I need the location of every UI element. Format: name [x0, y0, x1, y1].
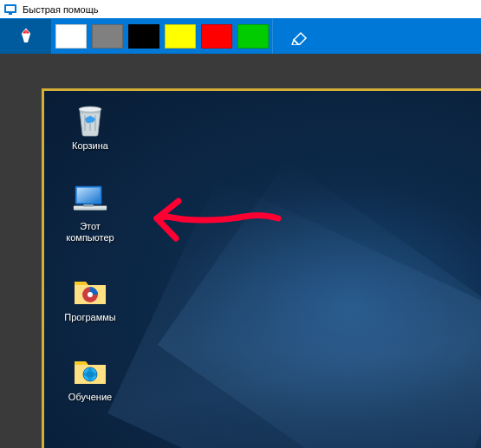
svg-point-12: [88, 292, 93, 297]
desktop-icon-learning[interactable]: Обучение: [56, 353, 124, 404]
computer-icon: [72, 182, 108, 218]
svg-point-3: [79, 107, 101, 112]
folder-learning-icon: [72, 353, 108, 389]
desktop-icon-label: Этот компьютер: [56, 220, 124, 244]
color-red[interactable]: [201, 24, 232, 49]
color-black[interactable]: [128, 24, 159, 49]
color-palette: [52, 19, 273, 54]
color-yellow[interactable]: [165, 24, 196, 49]
folder-programs-icon: [72, 273, 108, 309]
eraser-tool-button[interactable]: [273, 19, 325, 54]
desktop-icon-this-pc[interactable]: Этот компьютер: [56, 182, 124, 244]
titlebar: Быстрая помощь: [0, 0, 481, 19]
desktop-icon-label: Обучение: [56, 391, 124, 404]
remote-desktop-viewport: Корзина Этот компьютер: [42, 88, 481, 448]
app-icon: [3, 3, 17, 16]
svg-rect-2: [9, 13, 12, 15]
color-green[interactable]: [237, 24, 269, 49]
svg-rect-6: [77, 188, 101, 203]
svg-rect-1: [6, 6, 15, 11]
color-white[interactable]: [55, 24, 87, 49]
content-area: Корзина Этот компьютер: [0, 54, 481, 448]
desktop-icon-label: Корзина: [56, 140, 124, 153]
svg-rect-9: [83, 205, 93, 207]
recycle-bin-icon: [72, 101, 108, 138]
window-title: Быстрая помощь: [23, 4, 98, 15]
annotation-toolbar: [0, 19, 481, 54]
desktop-icon-label: Программы: [56, 311, 124, 324]
desktop-icon-recycle-bin[interactable]: Корзина: [56, 101, 124, 153]
color-gray[interactable]: [92, 24, 123, 49]
desktop-icon-programs[interactable]: Программы: [56, 273, 124, 324]
pen-tool-button[interactable]: [0, 19, 52, 54]
